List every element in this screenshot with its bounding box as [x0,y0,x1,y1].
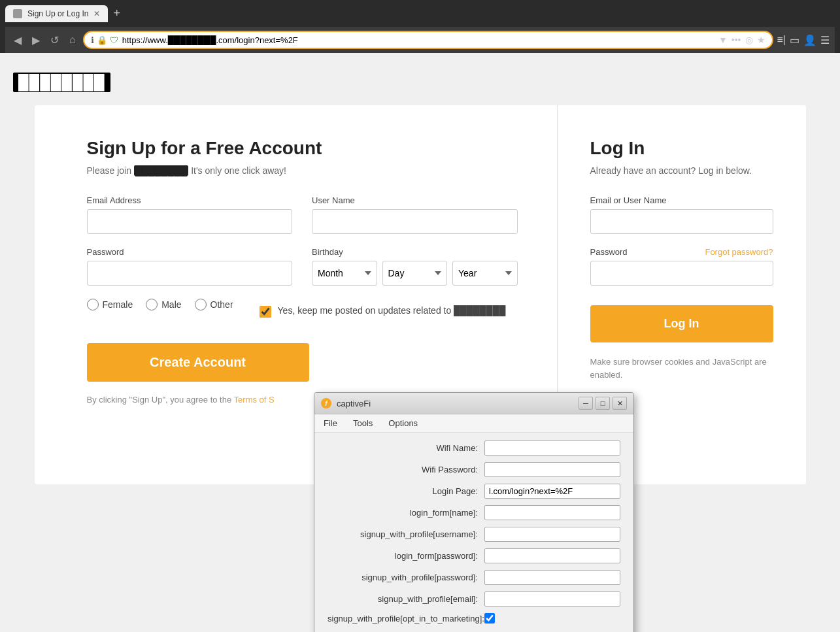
browser-toolbar: ◀ ▶ ↺ ⌂ ℹ 🔒 🛡 ▼ ••• ◎ ★ ≡| ▭ 👤 ☰ [5,27,835,53]
dialog-menu-tools[interactable]: Tools [350,417,375,429]
tab-close-icon[interactable]: ✕ [93,9,100,18]
dialog-field-login-page: Login Page: [328,484,620,499]
dialog-favicon: f [321,398,331,408]
menu-button[interactable]: ☰ [820,34,830,46]
password-label: Password [87,247,293,257]
male-radio-label[interactable]: Male [146,299,181,310]
address-bar-wrapper: ℹ 🔒 🛡 ▼ ••• ◎ ★ [83,31,773,49]
opt-in-checkbox[interactable] [484,613,495,624]
female-radio[interactable] [87,299,99,310]
login-email-label: Email or User Name [590,195,773,205]
signup-password-label: signup_with_profile[password]: [328,573,478,582]
month-select[interactable]: Month [312,261,377,286]
dialog-field-signup-email: signup_with_profile[email]: [328,591,620,607]
login-email-group: Email or User Name [590,195,773,234]
password-input[interactable] [87,261,293,286]
logo-text: ████████ [13,73,110,92]
dialog-field-opt-in: signup_with_profile[opt_in_to_marketing]… [328,613,620,624]
marketing-checkbox-label: Yes, keep me posted on updates related t… [278,305,506,318]
password-birthday-row: Password Birthday Month Day Year [87,247,518,286]
sidebar-button[interactable]: ▭ [790,34,799,46]
dialog-menubar: File Tools Options [314,414,633,433]
dialog-maximize-button[interactable]: □ [596,397,610,410]
login-password-group: Password Forgot password? [590,247,773,286]
browser-chrome: Sign Up or Log In ✕ + ◀ ▶ ↺ ⌂ ℹ 🔒 🛡 ▼ ••… [0,0,840,53]
signup-title: Sign Up for a Free Account [87,138,518,159]
address-bar-icons: ℹ 🔒 🛡 [91,35,118,45]
login-form-name-label: login_form[name]: [328,508,478,518]
login-email-input[interactable] [590,209,773,234]
dialog-minimize-button[interactable]: ─ [579,397,593,410]
gender-checkbox-row: Female Male Other Yes, keep me posted on… [87,299,518,324]
dialog-window-buttons: ─ □ ✕ [579,397,627,410]
login-password-label: Password [590,247,628,257]
signup-username-input[interactable] [484,527,620,542]
birthday-label: Birthday [312,247,518,257]
login-button[interactable]: Log In [590,305,773,342]
tab-title: Sign Up or Log In [27,9,88,18]
login-password-input[interactable] [590,261,773,286]
shield-icon: 🛡 [110,35,118,45]
pocket-icon[interactable]: ◎ [745,35,753,45]
dialog-title: captiveFi [337,399,573,408]
forgot-password-link[interactable]: Forgot password? [705,247,773,257]
new-tab-button[interactable]: + [108,4,126,23]
terms-link[interactable]: Terms of S [234,395,275,405]
dialog-field-signup-username: signup_with_profile[username]: [328,527,620,542]
wifi-password-label: Wifi Password: [328,465,478,474]
login-title: Log In [590,138,773,159]
other-radio-label[interactable]: Other [195,299,233,310]
wifi-password-input[interactable] [484,462,620,477]
login-subtitle: Already have an account? Log in below. [590,165,773,176]
bookmarks-library-button[interactable]: ≡| [777,34,786,46]
address-more-button[interactable]: ••• [731,35,741,45]
email-username-row: Email Address User Name [87,195,518,234]
login-note: Make sure browser cookies and JavaScript… [590,356,773,381]
dialog-close-button[interactable]: ✕ [613,397,627,410]
signup-profile-password-input[interactable] [484,570,620,585]
dialog-menu-file[interactable]: File [321,417,340,429]
signup-email-input[interactable] [484,591,620,607]
dialog-titlebar: f captiveFi ─ □ ✕ [314,393,633,414]
lock-icon: 🔒 [97,35,107,45]
back-button[interactable]: ◀ [10,33,25,48]
email-label: Email Address [87,195,293,205]
create-account-button[interactable]: Create Account [87,343,309,382]
login-form-name-input[interactable] [484,505,620,520]
signup-username-label: signup_with_profile[username]: [328,529,478,539]
dialog-field-login-form-name: login_form[name]: [328,505,620,520]
email-input[interactable] [87,209,293,234]
wifi-name-input[interactable] [484,441,620,456]
opt-in-label: signup_with_profile[opt_in_to_marketing]… [328,614,478,624]
login-form-password-input[interactable] [484,548,620,563]
year-select[interactable]: Year [452,261,518,286]
dialog-field-login-password: login_form[password]: [328,548,620,563]
marketing-checkbox[interactable] [260,306,271,318]
user-avatar-button[interactable]: 👤 [803,34,816,46]
refresh-button[interactable]: ↺ [47,33,62,48]
dialog-menu-options[interactable]: Options [386,417,420,429]
dialog-body: Wifi Name: Wifi Password: Login Page: lo… [314,433,633,632]
email-group: Email Address [87,195,293,234]
female-radio-label[interactable]: Female [87,299,133,310]
day-select[interactable]: Day [382,261,448,286]
browser-titlebar: Sign Up or Log In ✕ + [5,4,835,23]
password-group: Password [87,247,293,286]
address-dropdown-button[interactable]: ▼ [718,35,728,45]
dialog-field-wifi-password: Wifi Password: [328,462,620,477]
login-page-input[interactable] [484,484,620,499]
home-button[interactable]: ⌂ [66,33,79,47]
other-label: Other [210,299,233,310]
address-input[interactable] [122,35,714,45]
birthday-row: Month Day Year [312,261,518,286]
subtitle-redacted: ████████ [134,165,188,176]
other-radio[interactable] [195,299,207,310]
terms-pre: By clicking "Sign Up", you agree to the [87,395,232,405]
forward-button[interactable]: ▶ [29,33,43,48]
male-radio[interactable] [146,299,158,310]
checkbox-label-text: Yes, keep me posted on updates related t… [278,305,506,316]
info-icon: ℹ [91,35,94,45]
username-input[interactable] [312,209,518,234]
browser-tab[interactable]: Sign Up or Log In ✕ [5,5,108,22]
bookmark-icon[interactable]: ★ [757,35,765,45]
